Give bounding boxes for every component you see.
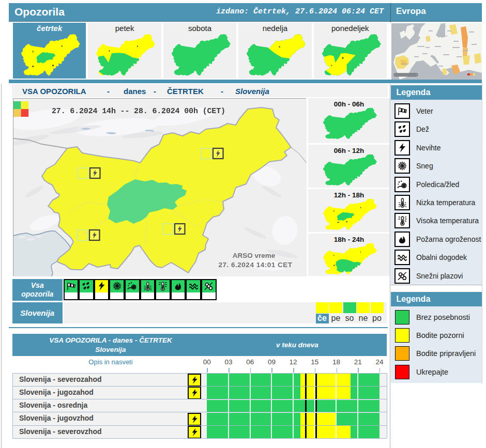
svg-text:27. 6.2024 14:01 CET: 27. 6.2024 14:01 CET	[219, 261, 293, 269]
svg-text:27. 6.2024 14h -- 28. 6.2024 0: 27. 6.2024 14h -- 28. 6.2024 00h (CET)	[52, 107, 225, 116]
svg-text:ARSO vreme: ARSO vreme	[233, 252, 276, 259]
